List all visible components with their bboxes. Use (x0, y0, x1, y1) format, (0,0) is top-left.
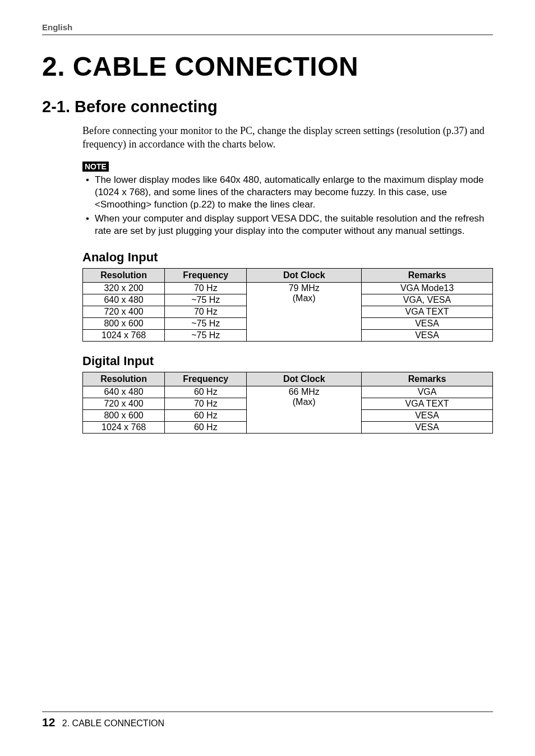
note-list: The lower display modes like 640x 480, a… (82, 174, 493, 238)
cell-remarks: VGA TEXT (362, 398, 493, 409)
col-header-remarks: Remarks (362, 372, 493, 386)
section-heading: 2-1. Before connecting (42, 98, 493, 116)
analog-input-table: Resolution Frequency Dot Clock Remarks 3… (82, 268, 493, 342)
cell-dot-clock: 66 MHz (Max) (247, 386, 362, 433)
col-header-resolution: Resolution (83, 268, 165, 282)
dot-clock-max: (Max) (293, 293, 316, 303)
cell-resolution: 640 x 480 (83, 386, 165, 398)
cell-frequency: 60 Hz (165, 386, 247, 398)
cell-resolution: 800 x 600 (83, 317, 165, 329)
cell-remarks: VESA (362, 317, 493, 329)
cell-frequency: ~75 Hz (165, 294, 247, 306)
note-item: The lower display modes like 640x 480, a… (82, 174, 493, 211)
col-header-remarks: Remarks (362, 268, 493, 282)
note-item: When your computer and display support V… (82, 213, 493, 238)
cell-resolution: 640 x 480 (83, 294, 165, 306)
cell-frequency: 70 Hz (165, 282, 247, 294)
col-header-resolution: Resolution (83, 372, 165, 386)
footer-rule (42, 711, 493, 712)
header-language: English (42, 22, 493, 32)
cell-resolution: 800 x 600 (83, 409, 165, 421)
cell-remarks: VESA (362, 329, 493, 341)
dot-clock-value: 66 MHz (289, 387, 320, 397)
page-title: 2. CABLE CONNECTION (42, 51, 493, 82)
col-header-dot-clock: Dot Clock (247, 268, 362, 282)
cell-remarks: VESA (362, 421, 493, 433)
cell-frequency: ~75 Hz (165, 317, 247, 329)
dot-clock-max: (Max) (293, 397, 316, 407)
cell-remarks: VGA Mode13 (362, 282, 493, 294)
cell-remarks: VGA (362, 386, 493, 398)
cell-frequency: 60 Hz (165, 421, 247, 433)
analog-input-heading: Analog Input (82, 250, 493, 265)
cell-remarks: VGA TEXT (362, 306, 493, 317)
dot-clock-value: 79 MHz (289, 283, 320, 293)
cell-remarks: VGA, VESA (362, 294, 493, 306)
cell-resolution: 320 x 200 (83, 282, 165, 294)
footer-section-label: 2. CABLE CONNECTION (62, 718, 164, 728)
cell-frequency: ~75 Hz (165, 329, 247, 341)
digital-input-table: Resolution Frequency Dot Clock Remarks 6… (82, 372, 493, 434)
cell-remarks: VESA (362, 409, 493, 421)
note-badge: NOTE (82, 162, 109, 172)
col-header-frequency: Frequency (165, 372, 247, 386)
cell-resolution: 720 x 400 (83, 306, 165, 317)
cell-dot-clock: 79 MHz (Max) (247, 282, 362, 341)
col-header-frequency: Frequency (165, 268, 247, 282)
table-row: 640 x 480 60 Hz 66 MHz (Max) VGA (83, 386, 493, 398)
intro-paragraph: Before connecting your monitor to the PC… (82, 124, 493, 151)
page-number: 12 (42, 716, 55, 729)
cell-resolution: 1024 x 768 (83, 421, 165, 433)
digital-input-heading: Digital Input (82, 354, 493, 368)
cell-frequency: 60 Hz (165, 409, 247, 421)
page-footer: 12 2. CABLE CONNECTION (42, 711, 493, 729)
header-rule (42, 34, 493, 35)
col-header-dot-clock: Dot Clock (247, 372, 362, 386)
cell-frequency: 70 Hz (165, 398, 247, 409)
table-row: 320 x 200 70 Hz 79 MHz (Max) VGA Mode13 (83, 282, 493, 294)
cell-frequency: 70 Hz (165, 306, 247, 317)
cell-resolution: 1024 x 768 (83, 329, 165, 341)
cell-resolution: 720 x 400 (83, 398, 165, 409)
